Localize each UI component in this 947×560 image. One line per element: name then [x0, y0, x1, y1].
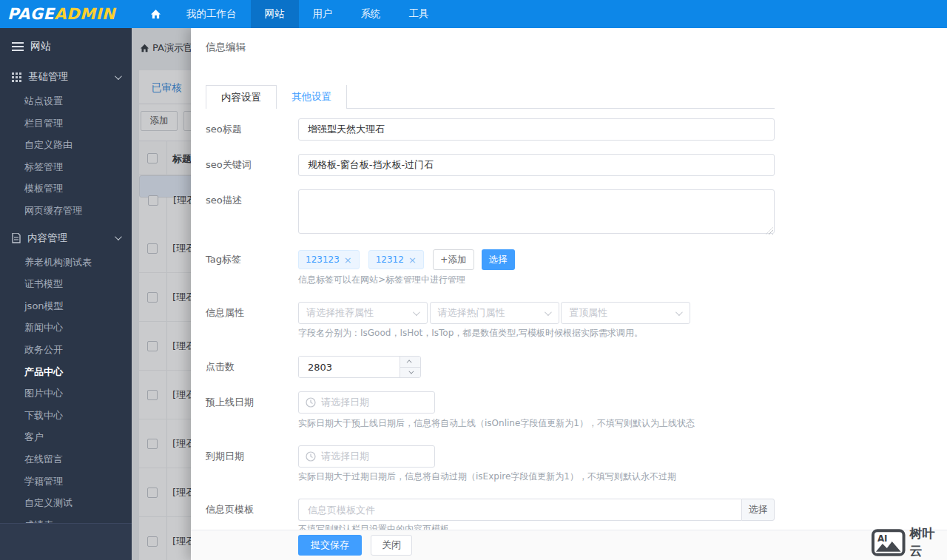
- sidebar-item-custom-test[interactable]: 自定义测试: [0, 492, 132, 514]
- sidebar-item-online-message[interactable]: 在线留言: [0, 448, 132, 470]
- sidebar: 网站 基础管理 站点设置 栏目管理 自定义路由 标签管理 模板管理 网页缓存管理…: [0, 28, 132, 560]
- topnav-site[interactable]: 网站: [251, 0, 299, 28]
- sidebar-footer: [0, 523, 132, 560]
- logo-text-admin: ADMIN: [54, 5, 115, 23]
- select-placeholder: 请选择热门属性: [438, 306, 505, 320]
- seo-title-input[interactable]: [298, 118, 775, 141]
- chevron-down-icon: [413, 308, 420, 316]
- form-row-clicks: 点击数: [206, 356, 421, 378]
- tag-remove-icon[interactable]: ×: [344, 254, 352, 266]
- spinner-up-icon[interactable]: [400, 357, 420, 368]
- clock-icon: [306, 397, 316, 408]
- sidebar-item-download-center[interactable]: 下载中心: [0, 405, 132, 427]
- form-row-attrs: 信息属性 请选择推荐属性 请选择热门属性 置顶属性: [206, 302, 692, 324]
- hamburger-icon[interactable]: [12, 42, 24, 51]
- attrs-hint: 字段名分别为：IsGood，IsHot，IsTop，都是数值类型,写模板时候根据…: [298, 327, 643, 340]
- form-row-seo-desc: seo描述: [206, 189, 775, 237]
- topnav-tools[interactable]: 工具: [395, 0, 443, 28]
- expire-label: 到期日期: [206, 445, 298, 468]
- app-root: PAGEADMIN 我的工作台 网站 用户 系统 工具 网站 基础管理 站点设置…: [0, 0, 947, 560]
- watermark-image-icon: AI: [872, 529, 906, 556]
- tab-other-settings[interactable]: 其他设置: [277, 85, 347, 109]
- seo-desc-wrap: [298, 189, 775, 237]
- tag-select-button[interactable]: 选择: [482, 249, 515, 270]
- submit-save-button[interactable]: 提交保存: [298, 535, 362, 556]
- attrs-label: 信息属性: [206, 302, 298, 324]
- seo-desc-textarea[interactable]: [298, 189, 775, 234]
- tab-filler: [347, 85, 775, 109]
- sidebar-item-cert-model[interactable]: 证书模型: [0, 273, 132, 295]
- chevron-down-icon: [675, 308, 683, 316]
- tag-chip-text: 12312: [376, 254, 404, 265]
- sidebar-item-cache-mgmt[interactable]: 网页缓存管理: [0, 200, 132, 222]
- expire-date-input[interactable]: 请选择日期: [298, 445, 435, 468]
- seo-keywords-input[interactable]: [298, 154, 775, 176]
- sidebar-item-image-center[interactable]: 图片中心: [0, 382, 132, 405]
- template-file-input[interactable]: [298, 499, 741, 521]
- sidebar-item-student-mgmt[interactable]: 学籍管理: [0, 470, 132, 493]
- tag-chip-text: 123123: [306, 254, 340, 265]
- tab-content-settings[interactable]: 内容设置: [206, 85, 277, 109]
- form-row-seo-keywords: seo关键词: [206, 154, 775, 176]
- sidebar-item-custom-route[interactable]: 自定义路由: [0, 134, 132, 156]
- top-navigation: 我的工作台 网站 用户 系统 工具: [139, 0, 443, 28]
- template-input-group: 选择: [298, 499, 775, 521]
- sidebar-item-column-mgmt[interactable]: 栏目管理: [0, 112, 132, 135]
- sidebar-item-site-settings[interactable]: 站点设置: [0, 90, 132, 112]
- select-placeholder: 置顶属性: [569, 306, 607, 320]
- watermark-label: 树叶云: [910, 525, 947, 559]
- tag-add-button[interactable]: +添加: [433, 249, 474, 270]
- form-row-preonline: 预上线日期 请选择日期: [206, 391, 435, 414]
- clicks-input[interactable]: [299, 357, 400, 377]
- drawer-tabs: 内容设置 其他设置: [206, 85, 775, 109]
- expire-hint: 实际日期大于过期日期后，信息将自动过期（isExpire字段值更新为1），不填写…: [298, 470, 676, 483]
- select-placeholder: 请选择推荐属性: [306, 306, 374, 320]
- form-row-template: 信息页模板 选择: [206, 499, 775, 521]
- date-placeholder: 请选择日期: [321, 450, 369, 463]
- topbar: PAGEADMIN 我的工作台 网站 用户 系统 工具: [0, 0, 947, 28]
- house-icon: [150, 9, 161, 19]
- top-attr-select[interactable]: 置顶属性: [561, 302, 690, 324]
- tag-chip: 12312×: [368, 250, 424, 269]
- logo-text-page: PAGE: [7, 5, 54, 23]
- recommend-attr-select[interactable]: 请选择推荐属性: [298, 302, 428, 324]
- topnav-system[interactable]: 系统: [347, 0, 395, 28]
- preonline-date-input[interactable]: 请选择日期: [298, 391, 435, 414]
- tag-chip: 123123×: [298, 250, 360, 269]
- sidebar-group-basic[interactable]: 基础管理: [0, 64, 132, 90]
- grid-icon: [12, 72, 21, 82]
- sidebar-group-content[interactable]: 内容管理: [0, 225, 132, 252]
- sidebar-item-product-center[interactable]: 产品中心: [0, 361, 132, 383]
- seo-title-label: seo标题: [206, 118, 298, 141]
- sidebar-item-customers[interactable]: 客户: [0, 426, 132, 448]
- number-spinner: [400, 357, 420, 377]
- topnav-users[interactable]: 用户: [299, 0, 347, 28]
- clicks-stepper: [298, 356, 421, 378]
- hot-attr-select[interactable]: 请选择热门属性: [430, 302, 559, 324]
- close-button[interactable]: 关闭: [371, 535, 412, 556]
- spinner-down-icon[interactable]: [400, 368, 420, 378]
- sidebar-item-gov-affairs[interactable]: 政务公开: [0, 339, 132, 361]
- template-select-button[interactable]: 选择: [741, 499, 775, 521]
- form-row-seo-title: seo标题: [206, 118, 775, 141]
- sidebar-item-elder-test[interactable]: 养老机构测试表: [0, 252, 132, 274]
- watermark: AI 树叶云: [872, 525, 947, 559]
- chevron-down-icon: [115, 72, 122, 80]
- sidebar-item-news-center[interactable]: 新闻中心: [0, 317, 132, 339]
- sidebar-group-label: 基础管理: [28, 70, 68, 84]
- home-icon[interactable]: [139, 0, 172, 28]
- preonline-hint: 实际日期大于预上线日期后，信息将自动上线（isOnline字段值更新为1），不填…: [298, 417, 695, 430]
- form-row-tags: Tag标签 123123× 12312× +添加 选择: [206, 249, 515, 270]
- drawer-footer: 提交保存 关闭: [191, 530, 947, 560]
- sidebar-item-template-mgmt[interactable]: 模板管理: [0, 178, 132, 200]
- clock-icon: [306, 451, 316, 462]
- sidebar-title-label: 网站: [30, 40, 51, 53]
- sidebar-item-tag-mgmt[interactable]: 标签管理: [0, 156, 132, 178]
- app-logo[interactable]: PAGEADMIN: [7, 5, 133, 23]
- preonline-label: 预上线日期: [206, 391, 298, 414]
- sidebar-header: 网站: [0, 28, 132, 61]
- tag-remove-icon[interactable]: ×: [408, 254, 417, 266]
- form-row-expire: 到期日期 请选择日期: [206, 445, 435, 468]
- topnav-workbench[interactable]: 我的工作台: [172, 0, 251, 28]
- sidebar-item-json-model[interactable]: json模型: [0, 295, 132, 317]
